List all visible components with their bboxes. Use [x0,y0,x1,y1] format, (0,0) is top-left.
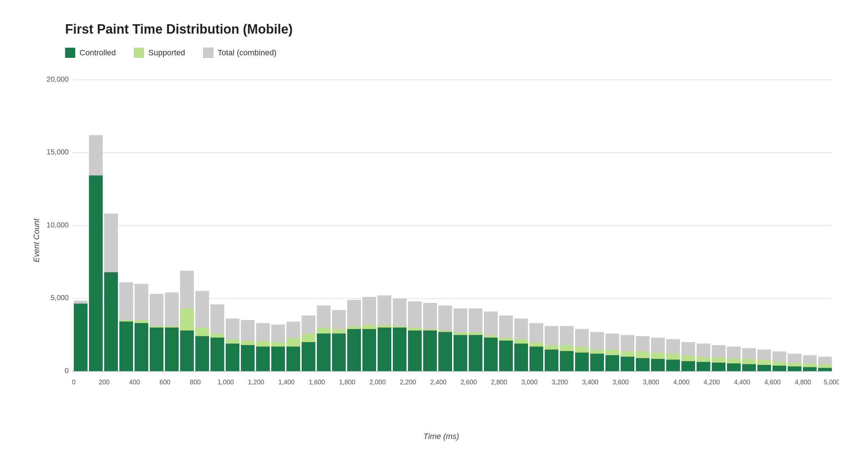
svg-rect-159 [818,368,832,371]
svg-text:1,000: 1,000 [217,378,234,386]
svg-rect-54 [286,346,300,371]
svg-text:0: 0 [65,367,69,375]
svg-text:1,600: 1,600 [309,378,325,386]
svg-rect-42 [226,344,239,371]
svg-text:10,000: 10,000 [47,221,69,229]
svg-rect-12 [74,304,88,371]
svg-rect-72 [378,328,391,371]
chart-title: First Paint Time Distribution (Mobile) [65,22,839,37]
svg-text:3,400: 3,400 [582,378,598,386]
svg-text:2,200: 2,200 [400,378,416,386]
svg-rect-108 [560,351,574,371]
svg-text:800: 800 [190,378,201,386]
svg-rect-138 [712,363,726,371]
chart-container: First Paint Time Distribution (Mobile) C… [0,0,868,452]
svg-text:3,600: 3,600 [612,378,629,386]
svg-rect-24 [135,323,148,371]
total-swatch [203,48,213,58]
chart-area: Event Count Time (ms) 20,000 15,000 10,0… [43,72,839,409]
svg-text:5,000: 5,000 [51,294,69,302]
svg-rect-51 [271,346,285,371]
chart-svg: 20,000 15,000 10,000 5,000 0 [43,72,839,409]
svg-rect-99 [514,344,528,371]
svg-rect-90 [469,335,482,371]
svg-text:4,200: 4,200 [703,378,720,386]
svg-rect-21 [119,321,133,371]
legend-item-controlled: Controlled [65,48,116,58]
svg-rect-48 [256,346,270,371]
svg-rect-105 [545,350,558,371]
svg-text:20,000: 20,000 [47,75,69,83]
svg-rect-111 [575,353,589,371]
svg-text:15,000: 15,000 [47,148,69,156]
svg-text:0: 0 [72,378,76,386]
svg-rect-39 [210,338,224,371]
svg-text:1,200: 1,200 [248,378,264,386]
svg-rect-153 [788,366,801,371]
svg-rect-78 [408,331,422,371]
svg-text:2,000: 2,000 [369,378,386,386]
svg-rect-66 [347,329,361,371]
svg-text:5,000: 5,000 [824,378,839,386]
svg-rect-60 [317,333,331,371]
svg-text:1,400: 1,400 [278,378,294,386]
svg-rect-150 [773,366,786,371]
x-axis-label: Time (ms) [424,432,459,441]
svg-rect-36 [195,336,209,371]
y-axis-label: Event Count [32,218,41,262]
svg-text:600: 600 [159,378,170,386]
svg-rect-117 [605,355,619,371]
svg-rect-93 [484,338,498,371]
svg-text:3,200: 3,200 [552,378,568,386]
legend-item-supported: Supported [134,48,185,58]
svg-rect-132 [681,361,695,371]
svg-rect-63 [332,333,346,371]
controlled-label: Controlled [80,48,116,57]
svg-rect-81 [423,331,437,371]
svg-text:4,000: 4,000 [673,378,689,386]
svg-rect-69 [362,329,376,371]
svg-rect-75 [393,328,407,371]
svg-rect-27 [150,328,163,371]
svg-text:3,000: 3,000 [521,378,537,386]
svg-text:4,600: 4,600 [764,378,780,386]
svg-rect-123 [636,358,650,371]
svg-rect-102 [529,346,543,371]
svg-rect-84 [438,332,452,371]
svg-text:4,400: 4,400 [734,378,750,386]
svg-text:3,800: 3,800 [643,378,659,386]
supported-label: Supported [148,48,185,57]
svg-rect-126 [651,359,665,371]
svg-rect-15 [89,175,103,371]
svg-rect-57 [302,342,315,371]
svg-rect-129 [666,360,680,371]
svg-text:200: 200 [99,378,110,386]
svg-rect-135 [697,362,710,371]
legend-item-total: Total (combined) [203,48,277,58]
svg-text:2,800: 2,800 [491,378,507,386]
svg-rect-87 [454,335,467,371]
svg-text:2,400: 2,400 [430,378,446,386]
svg-rect-120 [621,357,634,371]
svg-rect-144 [742,364,756,371]
svg-rect-141 [727,363,741,371]
svg-rect-45 [241,345,255,371]
svg-text:400: 400 [129,378,140,386]
svg-text:4,800: 4,800 [795,378,811,386]
svg-rect-96 [499,341,513,371]
svg-text:1,800: 1,800 [339,378,355,386]
svg-rect-156 [803,367,817,371]
supported-swatch [134,48,144,58]
svg-rect-114 [590,354,604,371]
svg-rect-147 [757,365,771,371]
legend: Controlled Supported Total (combined) [65,48,839,58]
svg-text:2,600: 2,600 [460,378,477,386]
svg-rect-30 [165,328,179,371]
controlled-swatch [65,48,75,58]
svg-rect-18 [104,272,118,371]
total-label: Total (combined) [218,48,277,57]
svg-rect-33 [180,331,194,371]
